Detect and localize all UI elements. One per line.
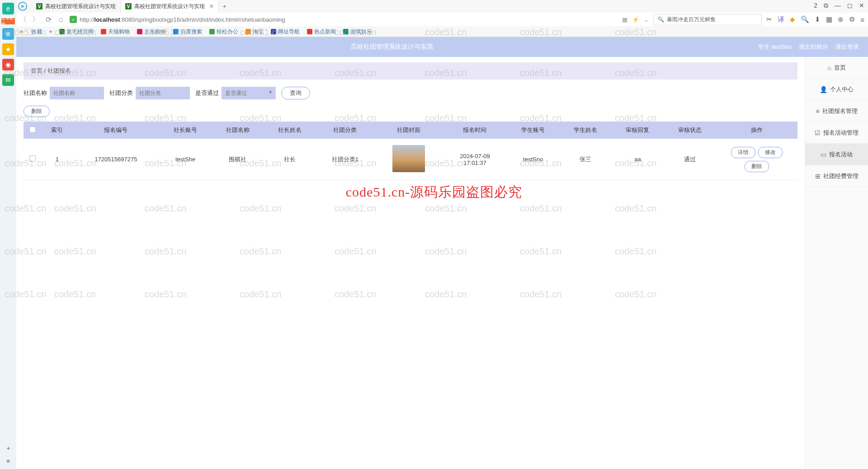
side-icon-1[interactable]: ⊕: [2, 28, 14, 37]
address-bar-row: 〈 〉 ⟳ ⌂ ✓ http://localhost:8080/springbo…: [0, 13, 868, 26]
bookmark-item[interactable]: 老毛桃官网: [59, 28, 94, 36]
bm-icon: [343, 29, 349, 34]
bm-icon: [209, 29, 215, 34]
shield2-icon[interactable]: ◆: [790, 15, 795, 23]
bookmark-item[interactable]: 天猫购物: [101, 28, 130, 36]
bm-icon: [271, 29, 276, 34]
home-button[interactable]: ⌂: [57, 15, 65, 23]
browser-tabs: ➤ V 高校社团管理系统设计与实现 V 高校社团管理系统设计与实现 ✕ ＋: [0, 0, 868, 13]
translate-icon[interactable]: 译: [778, 15, 784, 24]
nav-compass-icon[interactable]: ➤: [18, 2, 27, 11]
bookmark-item[interactable]: 百度搜索: [173, 28, 202, 36]
bm-icon: [245, 29, 251, 34]
bookmark-item[interactable]: 游戏娱乐: [343, 28, 372, 36]
window-puzzle-icon[interactable]: ⧉: [824, 2, 828, 9]
bookmark-item[interactable]: 京东购物: [137, 28, 166, 36]
globe-icon[interactable]: ⊛: [838, 15, 844, 23]
bookmark-item[interactable]: 轻松办公: [209, 28, 238, 36]
download-icon[interactable]: ⬇: [815, 15, 821, 23]
os-left-sidebar: e 登录账号 ⊕ ★ ◉ ✉ ＋ ≡: [0, 0, 16, 37]
tab-title: 高校社团管理系统设计与实现: [45, 3, 116, 10]
browser-toolbar-icons: ✂ 译 ◆ 🔍 ⬇ ▦ ⊛ ⚙ ≡: [766, 15, 864, 24]
scissors-icon[interactable]: ✂: [766, 15, 772, 23]
gear-icon[interactable]: ⚙: [849, 15, 855, 23]
window-close-icon[interactable]: ✕: [859, 2, 864, 9]
shield-icon: ✓: [70, 16, 77, 23]
bookmarks-label[interactable]: 收藏: [31, 28, 42, 36]
search-icon: 🔍: [657, 16, 664, 23]
search2-icon[interactable]: 🔍: [801, 15, 809, 23]
side-badge-login[interactable]: 登录账号: [1, 18, 15, 24]
bookmark-item[interactable]: 热点新闻: [307, 28, 336, 36]
tab-close-icon[interactable]: ✕: [209, 3, 214, 9]
browser-tab-0[interactable]: V 高校社团管理系统设计与实现: [32, 0, 121, 12]
side-icon-browser[interactable]: e: [2, 3, 14, 14]
bookmark-item[interactable]: 淘宝: [245, 28, 264, 36]
browser-tab-1[interactable]: V 高校社团管理系统设计与实现 ✕: [121, 0, 219, 12]
forward-button[interactable]: 〉: [32, 15, 40, 24]
back-button[interactable]: 〈: [19, 15, 27, 24]
bm-icon: [173, 29, 179, 34]
apps-icon[interactable]: ▦: [826, 15, 832, 23]
bm-icon: [101, 29, 106, 34]
bookmark-item[interactable]: 网址导航: [271, 28, 300, 36]
qr-icon[interactable]: ▦: [622, 16, 627, 23]
window-min-icon[interactable]: —: [835, 2, 841, 9]
browser-search-input[interactable]: 🔍 暴雨冲走百万元鲜鱼: [653, 14, 762, 25]
url-text: http://localhost:8080/springbootxgp16/ad…: [80, 16, 285, 23]
search-placeholder: 暴雨冲走百万元鲜鱼: [667, 16, 716, 23]
bm-icon: [59, 29, 65, 34]
bookmarks-bar: ★ 收藏 ▾ 老毛桃官网 天猫购物 京东购物 百度搜索 轻松办公 淘宝 网址导航…: [0, 26, 868, 37]
window-max-icon[interactable]: ◻: [847, 2, 853, 9]
reload-button[interactable]: ⟳: [44, 15, 52, 24]
bm-icon: [307, 29, 312, 34]
flash-icon[interactable]: ⚡: [632, 16, 639, 23]
window-box-icon[interactable]: 2: [814, 2, 817, 9]
browser-chrome: 2 ⧉ — ◻ ✕ ➤ V 高校社团管理系统设计与实现 V 高校社团管理系统设计…: [0, 0, 868, 37]
tab-add-button[interactable]: ＋: [219, 2, 230, 10]
bm-icon: [137, 29, 142, 34]
favicon-icon: V: [125, 3, 132, 9]
chevron-down-icon[interactable]: ⌄: [644, 16, 649, 23]
window-controls: 2 ⧉ — ◻ ✕: [814, 2, 864, 9]
favicon-icon: V: [36, 3, 42, 9]
tab-title: 高校社团管理系统设计与实现: [134, 3, 205, 10]
url-bar[interactable]: ✓ http://localhost:8080/springbootxgp16/…: [70, 16, 618, 23]
menu-icon[interactable]: ≡: [860, 16, 864, 23]
star-icon: ★: [19, 28, 24, 35]
